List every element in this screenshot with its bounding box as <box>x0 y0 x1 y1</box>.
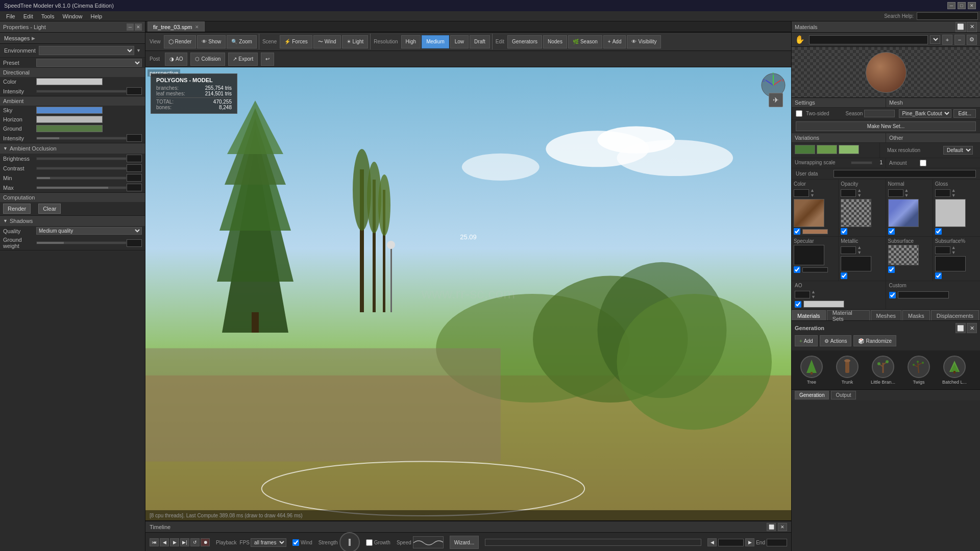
brightness-input[interactable]: 0 <box>127 155 142 162</box>
wizard-button[interactable]: Wizard... <box>450 536 479 549</box>
make-new-set-button[interactable]: Make New Set... <box>796 121 976 131</box>
gen-close-btn[interactable]: ✕ <box>967 323 977 333</box>
opacity-arrows[interactable]: ▲▼ <box>857 188 862 198</box>
amount-checkbox[interactable] <box>920 160 926 166</box>
search-help-input[interactable] <box>917 12 978 20</box>
gen-tab-output[interactable]: Output <box>831 391 855 399</box>
max-input[interactable]: 1 <box>127 184 142 191</box>
tree-node-tree[interactable]: Tree <box>794 353 829 387</box>
gen-add-button[interactable]: + Add <box>795 335 818 346</box>
maximize-button[interactable]: □ <box>958 2 966 9</box>
collision-button[interactable]: ⬡ Collision <box>190 53 225 66</box>
menu-tools[interactable]: Tools <box>37 11 59 21</box>
contrast-input[interactable]: 0 <box>127 164 142 172</box>
color-thumbnail[interactable] <box>794 199 824 227</box>
normal-checkbox[interactable] <box>888 228 895 235</box>
ground-color-swatch[interactable] <box>36 125 103 132</box>
specular-swatch[interactable] <box>802 267 828 272</box>
messages-section[interactable]: Messages ▶ <box>0 33 145 44</box>
metallic-thumbnail[interactable] <box>841 256 871 271</box>
preset-select[interactable] <box>36 59 142 67</box>
add-button[interactable]: + Add <box>603 35 626 48</box>
tree-node-twigs[interactable]: Twigs <box>901 353 937 387</box>
material-name-input[interactable]: Pine_Bark <box>809 35 928 44</box>
right-panel-close-btn[interactable]: ✕ <box>967 22 977 32</box>
specular-thumbnail[interactable] <box>794 245 824 265</box>
wind-button[interactable]: 〜 Wind <box>313 35 341 48</box>
ground-weight-slider[interactable] <box>36 241 127 244</box>
render-button[interactable]: Render <box>3 204 31 214</box>
quality-select[interactable]: Medium quality <box>36 227 142 235</box>
normal-input[interactable]: 1 <box>888 189 903 197</box>
ao-header[interactable]: ▼ Ambient Occlusion <box>0 143 145 154</box>
subsurface-thumbnail[interactable] <box>888 245 919 265</box>
shadows-header[interactable]: ▼ Shadows <box>0 216 145 226</box>
metallic-checkbox[interactable] <box>841 272 847 279</box>
mat-subtract-btn[interactable]: − <box>954 35 965 45</box>
left-panel-collapse[interactable]: ✕ <box>135 23 142 31</box>
ao-arrows[interactable]: ▲▼ <box>811 289 816 299</box>
max-slider[interactable] <box>36 186 127 189</box>
forward-frame-button[interactable]: ▶| <box>180 538 189 546</box>
subsurface-pct-thumbnail[interactable] <box>935 256 966 271</box>
back-frame-button[interactable]: ◀ <box>160 538 169 546</box>
amb-intensity-input[interactable]: 3 <box>127 134 142 142</box>
gen-randomize-button[interactable]: 🎲 Randomize <box>853 335 896 346</box>
season-input[interactable] <box>864 110 895 117</box>
metallic-arrows[interactable]: ▲▼ <box>857 245 862 255</box>
record-button[interactable]: ⏺ <box>201 538 210 546</box>
minimize-button[interactable]: ─ <box>947 2 955 9</box>
viewport[interactable]: 25.09 www.rr-sc.com perspective POLYGONS… <box>145 67 791 520</box>
custom-checkbox[interactable] <box>889 292 896 298</box>
user-data-input[interactable] <box>834 170 976 178</box>
brightness-slider[interactable] <box>36 157 127 160</box>
ao-swatch[interactable] <box>803 300 844 308</box>
gen-expand-btn[interactable]: ⬜ <box>955 323 966 333</box>
low-button[interactable]: Low <box>450 35 469 48</box>
color-swatch-small[interactable] <box>802 229 828 234</box>
end-frame-input[interactable]: 300 <box>767 539 787 546</box>
contrast-slider[interactable] <box>36 167 127 170</box>
opacity-input[interactable]: 1 <box>841 189 856 197</box>
zoom-button[interactable]: 🔍 Zoom <box>227 35 257 48</box>
max-resolution-select[interactable]: Default <box>943 146 973 155</box>
gloss-input[interactable]: 1 <box>935 189 950 197</box>
mat-add-btn[interactable]: + <box>942 35 952 45</box>
color-input[interactable]: 1 <box>794 189 809 197</box>
gen-actions-button[interactable]: ⚙ Actions <box>820 335 852 346</box>
variation-swatch-3[interactable] <box>839 145 859 154</box>
close-button[interactable]: ✕ <box>968 2 976 9</box>
tree-node-trunk[interactable]: Trunk <box>829 353 865 387</box>
menu-edit[interactable]: Edit <box>19 11 37 21</box>
min-input[interactable]: 0.25 <box>127 174 142 182</box>
tab-masks[interactable]: Masks <box>902 310 930 320</box>
strength-knob[interactable] <box>339 532 360 551</box>
dir-color-swatch[interactable] <box>36 78 103 85</box>
season-button[interactable]: 🌿 Season <box>568 35 602 48</box>
menu-help[interactable]: Help <box>87 11 107 21</box>
ao-button[interactable]: ◑ AO <box>165 53 187 66</box>
forces-button[interactable]: ⚡ Forces <box>280 35 312 48</box>
tree-node-little-branch[interactable]: Little Bran... <box>865 353 901 387</box>
tab-meshes[interactable]: Meshes <box>871 310 902 320</box>
tab-material-sets[interactable]: Material Sets <box>827 310 870 320</box>
nodes-button[interactable]: Nodes <box>543 35 567 48</box>
directional-title[interactable]: Directional <box>0 68 145 77</box>
ground-weight-input[interactable]: 0.3 <box>127 239 142 247</box>
draft-button[interactable]: Draft <box>470 35 490 48</box>
rewind-button[interactable]: ⏮ <box>150 538 159 546</box>
export-button[interactable]: ↗ Export <box>228 53 258 66</box>
tab-displacements[interactable]: Displacements <box>931 310 979 320</box>
ao-val-input[interactable]: 1 <box>795 291 810 298</box>
render-tool-button[interactable]: ⬡ Render <box>164 35 197 48</box>
show-button[interactable]: 👁 Show <box>197 35 226 48</box>
tl-close-button[interactable]: ✕ <box>778 523 787 531</box>
material-type-select[interactable]: ▼ <box>930 35 940 44</box>
computation-title[interactable]: Computation <box>0 193 145 202</box>
subsurface-checkbox[interactable] <box>888 266 895 273</box>
generators-button[interactable]: Generators <box>507 35 542 48</box>
file-tab[interactable]: fir_tree_03.spm ✕ <box>148 21 205 32</box>
fps-select[interactable]: all frames <box>251 538 286 547</box>
mesh-edit-btn[interactable]: Edit... <box>953 109 976 118</box>
normal-arrows[interactable]: ▲▼ <box>904 188 909 198</box>
